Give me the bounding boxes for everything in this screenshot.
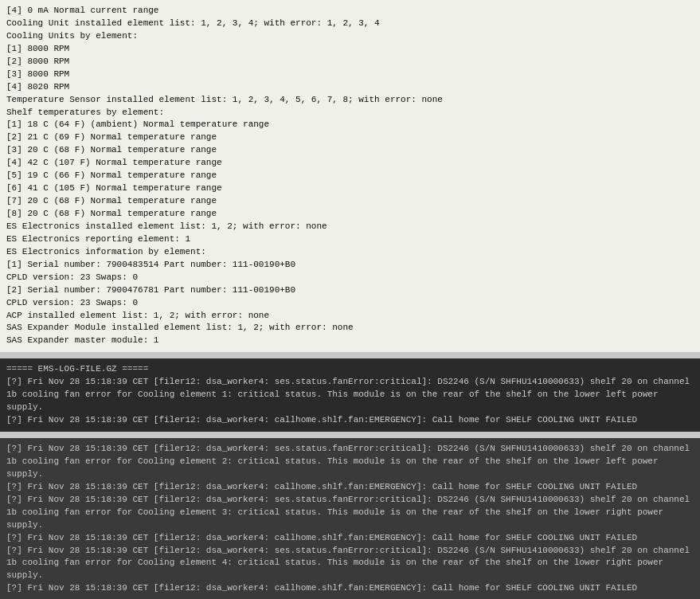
top-log-panel: [4] 0 mA Normal current range Cooling Un… (0, 0, 700, 352)
middle-log-panel: ===== EMS-LOG-FILE.GZ ===== [?] Fri Nov … (0, 358, 700, 432)
bottom-log-panel: [?] Fri Nov 28 15:18:39 CET [filer12: ds… (0, 438, 700, 599)
